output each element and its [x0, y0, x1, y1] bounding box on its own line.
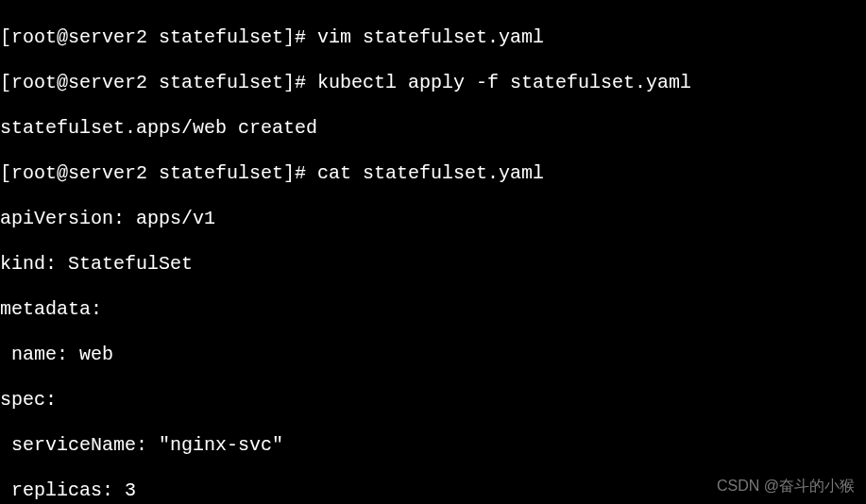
terminal-output[interactable]: [root@server2 statefulset]# vim stateful… [0, 0, 866, 504]
terminal-line: kind: StatefulSet [0, 253, 866, 276]
terminal-line: [root@server2 statefulset]# cat stateful… [0, 162, 866, 185]
terminal-line: [root@server2 statefulset]# kubectl appl… [0, 72, 866, 94]
watermark-text: CSDN @奋斗的小猴 [717, 477, 855, 495]
terminal-line: apiVersion: apps/v1 [0, 208, 866, 230]
terminal-line: [root@server2 statefulset]# vim stateful… [0, 26, 866, 49]
terminal-line: spec: [0, 389, 866, 412]
terminal-line: serviceName: "nginx-svc" [0, 434, 866, 457]
terminal-line: name: web [0, 344, 866, 366]
terminal-line: statefulset.apps/web created [0, 117, 866, 140]
terminal-line: metadata: [0, 298, 866, 321]
